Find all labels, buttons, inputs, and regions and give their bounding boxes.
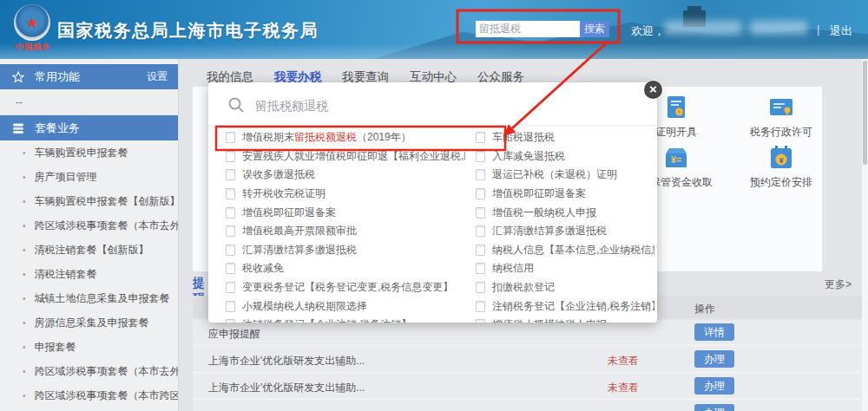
modal-results-left-column: 增值税期末留抵税额退税（2019年）安置残疾人就业增值税即征即退【福利企业退税,… (226, 128, 465, 323)
header-search-button[interactable]: 搜索 (580, 21, 609, 37)
search-result-label: 税收减免 (242, 261, 284, 276)
document-icon (226, 188, 235, 199)
search-result-item[interactable]: 税收减免 (226, 259, 465, 278)
sidebar-item-label: 城镇土地信息采集及申报套餐 (35, 291, 170, 306)
welcome-text: 欢迎， (631, 23, 665, 39)
close-icon[interactable] (644, 81, 662, 99)
search-result-item[interactable]: 汇算清缴结算多缴退抵税 (226, 241, 465, 260)
document-icon (476, 151, 485, 162)
sidebar-item-label: 清税注销套餐 (35, 267, 97, 282)
document-icon (476, 263, 485, 274)
tile-label: 证明开具 (655, 125, 697, 140)
search-result-label: 增值税即征即退备案 (492, 186, 586, 201)
search-result-item[interactable]: 小规模纳税人纳税期限选择 (226, 297, 465, 316)
modal-search-query[interactable]: 留抵税额退税 (255, 99, 328, 114)
search-result-item[interactable]: 纳税人信息【基本信息,企业纳税信息,纳税人一... (476, 241, 654, 260)
header: ★ 中国税务 国家税务总局上海市电子税务局 搜索 欢迎， | 退出 (0, 0, 868, 59)
search-result-item[interactable]: 注销税务登记【企业注销,税务注销】 (226, 316, 465, 323)
row-action-button[interactable]: 详情 (694, 323, 734, 341)
sidebar-item[interactable]: •房产项目管理 (0, 165, 178, 189)
modal-results-right-column: 车船税退抵税入库减免退抵税退运已补税（未退税）证明增值税即征即退备案增值税一般纳… (476, 128, 654, 323)
bullet-icon: • (23, 294, 26, 303)
search-result-item[interactable]: 纳税信用 (476, 259, 654, 278)
sidebar-item[interactable]: •跨区域涉税事项套餐（本市去外... (0, 213, 178, 238)
header-search-input[interactable] (476, 21, 580, 37)
sidebar-section-package-business[interactable]: 套餐业务 (0, 115, 178, 140)
search-result-item[interactable]: 误收多缴退抵税 (226, 166, 465, 185)
tab-reminders-partially-hidden[interactable]: 提醒 (193, 276, 207, 297)
search-result-item[interactable]: 增值税即征即退备案 (476, 185, 654, 204)
tile-tax-administrative-license[interactable]: 税务行政许可 (745, 95, 818, 140)
search-result-item[interactable]: 注销税务登记【企业注销,税务注销】 (476, 297, 654, 316)
search-result-item[interactable]: 车船税退抵税 (476, 128, 654, 147)
sidebar-item-label: 房源信息采集及申报套餐 (35, 316, 149, 330)
status-unviewed: 未查看 (608, 381, 639, 395)
document-icon (226, 282, 235, 293)
row-title: 应申报提醒 (208, 327, 260, 342)
search-result-item[interactable]: 汇算清缴结算多缴退抵税 (476, 222, 654, 241)
sidebar-item-label: 跨区域涉税事项套餐（本市去外... (35, 364, 178, 379)
search-result-item[interactable]: 增值税一般纳税人申报 (476, 203, 654, 222)
document-icon (226, 301, 235, 312)
svg-text:¥: ¥ (779, 156, 783, 165)
sidebar-item[interactable]: •房源信息采集及申报套餐 (0, 310, 178, 335)
sidebar-item-label: 车辆购置税申报套餐 (35, 146, 128, 160)
tile-advance-pricing-arrangement[interactable]: ¥ 预约定价安排 (741, 146, 821, 190)
logo-caption: 中国税务 (10, 42, 56, 53)
sidebar-item[interactable]: •跨区域涉税事项套餐（本市去外... (0, 359, 178, 383)
search-result-item[interactable]: 变更税务登记【税务登记变更,税务信息变更】 (226, 278, 465, 297)
search-result-label: 变更税务登记【税务登记变更,税务信息变更】 (242, 280, 453, 295)
search-result-item[interactable]: 增值税即征即退备案 (226, 203, 465, 222)
sidebar-item[interactable]: •申报套餐 (0, 335, 178, 359)
document-icon (226, 207, 235, 219)
tile-label: 税务行政许可 (750, 125, 812, 140)
bullet-icon: • (23, 367, 26, 376)
row-action-button[interactable]: 办理 (694, 350, 734, 368)
sidebar-item-list: •车辆购置税申报套餐•房产项目管理•车辆购置税申报套餐【创新版】•跨区域涉税事项… (0, 140, 178, 408)
sidebar-section-common-functions[interactable]: 常用功能 设置 (0, 64, 178, 89)
logout-link[interactable]: 退出 (830, 23, 852, 39)
table-rows: 应申报提醒详情上海市企业'优化版研发支出辅助...未查看办理上海市企业'优化版研… (193, 320, 864, 411)
sidebar-item[interactable]: •城镇土地信息采集及申报套餐 (0, 286, 178, 310)
sidebar-item[interactable]: •跨区域涉税事项套餐（本市跨区... (0, 383, 178, 408)
document-icon (226, 319, 235, 323)
document-icon (226, 225, 235, 237)
sidebar-item[interactable]: •清税注销套餐【创新版】 (0, 238, 178, 262)
document-icon (226, 245, 235, 256)
more-link[interactable]: 更多> (825, 277, 852, 292)
bullet-icon: • (23, 245, 26, 255)
bullet-icon: • (23, 342, 26, 352)
sidebar-item[interactable]: •车辆购置税申报套餐【创新版】 (0, 189, 178, 213)
sidebar-item-label: 跨区域涉税事项套餐（本市跨区... (35, 388, 178, 403)
search-result-label: 安置残疾人就业增值税即征即退【福利企业退税,民福企业退... (242, 149, 465, 164)
row-action-button[interactable]: 办理 (694, 404, 734, 411)
row-action-button[interactable]: 办理 (694, 377, 734, 395)
search-result-item[interactable]: 增值税最高开票限额审批 (226, 222, 465, 241)
site-title: 国家税务总局上海市电子税务局 (57, 19, 319, 42)
search-result-item[interactable]: 转开税收完税证明 (226, 185, 465, 204)
search-result-item[interactable]: 增值税期末留抵税额退税（2019年） (226, 128, 465, 147)
search-results-modal: 留抵税额退税 增值税期末留抵税额退税（2019年）安置残疾人就业增值税即征即退【… (208, 82, 657, 323)
table-row: 上海市企业'优化版研发支出辅助...未查看办理 (193, 374, 864, 401)
document-icon (226, 132, 235, 143)
search-result-item[interactable]: 扣缴税款登记 (476, 278, 654, 297)
document-icon (226, 263, 235, 274)
table-row: 上海市企业'优化版研发支出辅助...未查看办理 (193, 347, 864, 374)
bullet-icon: • (23, 221, 26, 231)
search-result-item[interactable]: 安置残疾人就业增值税即征即退【福利企业退税,民福企业退... (226, 147, 465, 166)
sidebar-item[interactable]: •清税注销套餐 (0, 262, 178, 286)
document-icon (476, 169, 485, 180)
search-result-label: 注销税务登记【企业注销,税务注销】 (242, 317, 411, 323)
scrollbar-thumb[interactable] (863, 61, 867, 165)
document-icon (476, 319, 485, 323)
search-result-label: 增值税期末留抵税额退税（2019年） (242, 130, 411, 145)
tile-label: 预约定价安排 (750, 175, 812, 190)
search-result-label: 转开税收完税证明 (242, 186, 326, 201)
settings-link[interactable]: 设置 (147, 69, 168, 84)
search-icon (227, 96, 245, 117)
sidebar-item[interactable]: •车辆购置税申报套餐 (0, 140, 178, 165)
search-result-item[interactable]: 入库减免退抵税 (476, 147, 654, 166)
search-result-item[interactable]: 增值税小规模纳税人申报 (476, 316, 654, 323)
search-result-item[interactable]: 退运已补税（未退税）证明 (476, 166, 654, 185)
header-divider: | (817, 23, 819, 36)
